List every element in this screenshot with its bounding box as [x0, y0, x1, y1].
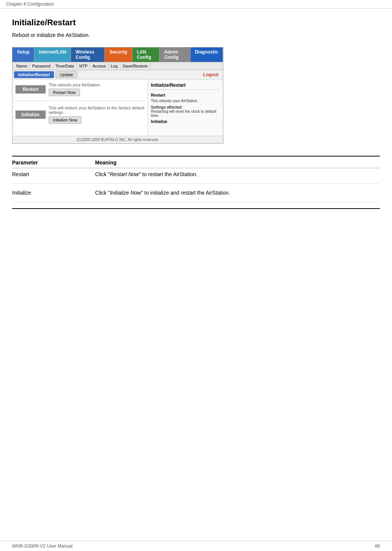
- ui-footer: (C)2000-2009 BUFFALO INC. All rights res…: [12, 136, 223, 143]
- tab2-password[interactable]: Password: [30, 63, 53, 69]
- tab2-access[interactable]: Access: [90, 63, 108, 69]
- tab2-timedate[interactable]: Time/Date: [53, 63, 77, 69]
- restart-meaning-suffix: " to restart the AirStation.: [139, 171, 197, 177]
- initialize-meaning-prefix: Click ": [95, 190, 110, 196]
- restart-meaning-prefix: Click ": [95, 171, 110, 177]
- router-ui: Setup Internet/LAN Wireless Config Secur…: [12, 47, 223, 144]
- restart-meaning-italic: Restart Now: [110, 171, 139, 177]
- param-name-restart: Restart: [12, 171, 95, 177]
- ui-left-panel: Restart This reboots your AirStation. Re…: [12, 80, 148, 136]
- restart-content: This reboots your AirStation. Restart No…: [49, 83, 145, 96]
- param-row-restart: Restart Click "Restart Now" to restart t…: [12, 171, 380, 184]
- initialize-meaning-suffix: " to initialize and restart the AirStati…: [141, 190, 230, 196]
- initialize-section: Initialize This will restore your AirSta…: [15, 106, 145, 128]
- section-divider-top: [12, 156, 380, 157]
- tab-admin-config[interactable]: Admin Config: [160, 48, 191, 62]
- param-meaning-initialize: Click "Initialize Now" to initialize and…: [95, 190, 380, 196]
- initialize-content: This will restore your AirStation to the…: [49, 106, 145, 124]
- logout-area: Logout: [200, 71, 221, 78]
- initialize-meaning-italic: Initialize Now: [110, 190, 141, 196]
- footer-page: 66: [375, 543, 380, 549]
- ui-body: Restart This reboots your AirStation. Re…: [12, 80, 223, 136]
- page-header: Chapter 4 Configuration: [0, 0, 392, 9]
- tab-lan-config[interactable]: LAN Config: [132, 48, 160, 62]
- footer-manual: WHR-G300N V2 User Manual: [12, 543, 72, 549]
- tab2-log[interactable]: Log: [108, 63, 120, 69]
- tab2-name[interactable]: Name: [14, 63, 30, 69]
- tab2-saverestore[interactable]: Save/Restore: [120, 63, 151, 69]
- right-restart-label: Restart: [151, 93, 220, 97]
- param-header-row: Parameter Meaning: [12, 160, 380, 168]
- initialize-description: This will restore your AirStation to the…: [49, 106, 145, 115]
- tab-security[interactable]: Security: [105, 48, 132, 62]
- page-title: Initialize/Restart: [12, 18, 380, 28]
- sub-tabs: Initialize/Restart Update: [14, 71, 77, 78]
- nav-tabs-row2: Name Password Time/Date NTP Access Log S…: [12, 62, 223, 70]
- restart-label: Restart: [15, 85, 46, 94]
- initialize-now-button[interactable]: Initialize Now: [49, 116, 81, 124]
- subtab-update[interactable]: Update: [55, 71, 77, 78]
- main-content: Initialize/Restart Reboot or initialize …: [0, 9, 392, 221]
- right-panel-title: Initialize/Restart: [151, 83, 220, 90]
- ui-right-panel: Initialize/Restart Restart This reboots …: [148, 80, 223, 136]
- chapter-label: Chapter 4 Configuration: [6, 2, 54, 7]
- tab-diagnostic[interactable]: Diagnostic: [191, 48, 223, 62]
- doc-footer: WHR-G300N V2 User Manual 66: [0, 541, 392, 551]
- param-header-col1: Parameter: [12, 160, 95, 166]
- param-row-initialize: Initialize Click "Initialize Now" to ini…: [12, 190, 380, 202]
- restart-now-button[interactable]: Restart Now: [49, 89, 80, 96]
- tab-setup[interactable]: Setup: [12, 48, 34, 62]
- param-name-initialize: Initialize: [12, 190, 95, 196]
- logout-link[interactable]: Logout: [203, 72, 218, 77]
- restart-description: This reboots your AirStation.: [49, 83, 145, 87]
- param-meaning-restart: Click "Restart Now" to restart the AirSt…: [95, 171, 380, 177]
- nav-tabs-row1: Setup Internet/LAN Wireless Config Secur…: [12, 48, 223, 62]
- initialize-label: Initialize: [15, 111, 46, 119]
- tab-internet-lan[interactable]: Internet/LAN: [34, 48, 71, 62]
- right-initialize-label: Initialize: [151, 119, 220, 124]
- right-settings-label: Settings affected:: [151, 105, 220, 109]
- param-header-col2: Meaning: [95, 160, 380, 166]
- right-restart-desc: This reboots your AirStation.: [151, 99, 220, 103]
- footer-copyright: (C)2000-2009 BUFFALO INC. All rights res…: [77, 138, 159, 142]
- tab2-ntp[interactable]: NTP: [77, 63, 90, 69]
- restart-section: Restart This reboots your AirStation. Re…: [15, 83, 145, 101]
- right-settings-detail: Restarting will reset the clock to defau…: [151, 109, 220, 118]
- tab-wireless-config[interactable]: Wireless Config: [71, 48, 105, 62]
- section-divider-bottom: [12, 208, 380, 209]
- parameter-table: Parameter Meaning Restart Click "Restart…: [12, 156, 380, 209]
- page-subtitle: Reboot or initialize the AirStation.: [12, 32, 380, 38]
- subtab-initialize-restart[interactable]: Initialize/Restart: [14, 71, 54, 78]
